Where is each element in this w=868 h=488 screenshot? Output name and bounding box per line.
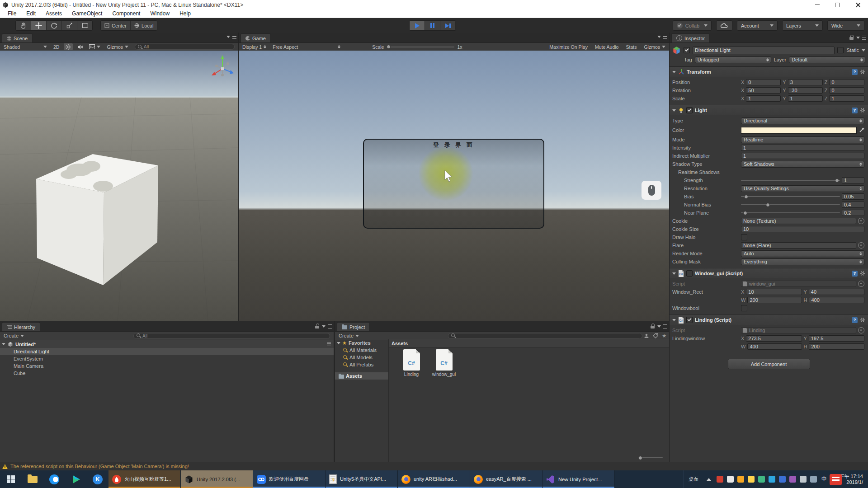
maximize-on-play-toggle[interactable]: Maximize On Play bbox=[547, 43, 590, 50]
lock-icon[interactable] bbox=[651, 324, 655, 329]
game-scale-slider[interactable] bbox=[387, 47, 454, 47]
number-field[interactable]: 0 bbox=[829, 79, 864, 85]
menu-item-assets[interactable]: Assets bbox=[41, 9, 67, 18]
tag-dropdown[interactable]: Untagged bbox=[695, 56, 771, 63]
component-header-script[interactable]: C#Linding (Script)? bbox=[670, 314, 868, 325]
object-name-field[interactable]: Directional Light bbox=[693, 47, 835, 54]
slider-value-field[interactable]: 1 bbox=[842, 177, 864, 183]
scene-gizmos-dropdown[interactable]: Gizmos bbox=[105, 43, 130, 50]
close-button[interactable] bbox=[848, 0, 868, 9]
shading-dropdown[interactable]: Shaded bbox=[2, 43, 49, 50]
scene-viewport[interactable] bbox=[0, 51, 238, 321]
number-field[interactable]: 10 bbox=[746, 289, 802, 295]
lock-icon[interactable] bbox=[849, 35, 854, 40]
panel-menu-icon[interactable] bbox=[663, 324, 667, 328]
component-enabled-checkbox[interactable] bbox=[686, 270, 693, 277]
value-field[interactable]: 10 bbox=[741, 226, 864, 232]
mute-audio-toggle[interactable]: Mute Audio bbox=[593, 43, 621, 50]
slider-knob[interactable] bbox=[744, 195, 748, 199]
project-create-button[interactable]: Create bbox=[337, 333, 361, 339]
hierarchy-search-input[interactable]: All bbox=[133, 333, 330, 339]
asset-file-window_gui[interactable]: C#window_gui bbox=[429, 349, 458, 377]
value-dropdown[interactable]: Directional bbox=[741, 117, 864, 124]
slider-track[interactable] bbox=[741, 204, 840, 205]
panel-menu-icon[interactable] bbox=[862, 36, 866, 40]
search-by-label-icon[interactable] bbox=[653, 333, 658, 338]
favorite-item-all-materials[interactable]: All Materials bbox=[335, 347, 388, 354]
scale-tool-button[interactable] bbox=[62, 21, 77, 30]
object-field[interactable]: None (Texture) bbox=[741, 218, 856, 224]
help-icon[interactable]: ? bbox=[852, 69, 858, 75]
foldout-icon[interactable] bbox=[2, 343, 5, 345]
tray-expand-icon[interactable] bbox=[707, 478, 711, 481]
hand-tool-button[interactable] bbox=[16, 21, 31, 30]
panel-menu-icon[interactable] bbox=[663, 35, 667, 39]
panel-dropdown-icon[interactable] bbox=[226, 36, 230, 38]
taskbar-task-1[interactable]: 火山视频互粉群等1... bbox=[108, 470, 181, 488]
slider-knob[interactable] bbox=[766, 203, 770, 207]
layers-dropdown[interactable]: Layers bbox=[782, 20, 823, 31]
hierarchy-item-eventsystem[interactable]: EventSystem bbox=[0, 355, 334, 362]
value-dropdown[interactable]: Realtime bbox=[741, 136, 864, 143]
lock-icon[interactable] bbox=[315, 324, 320, 329]
login-gui-window[interactable]: 登 录 界 面 bbox=[363, 139, 544, 229]
number-field[interactable]: 273.5 bbox=[746, 335, 802, 342]
tray-icon-3[interactable] bbox=[737, 476, 744, 483]
component-header-transform[interactable]: Transform? bbox=[670, 66, 868, 77]
scene-lighting-toggle[interactable] bbox=[64, 43, 73, 50]
taskbar-task-3[interactable]: 欢迎使用百度网盘 bbox=[253, 470, 326, 488]
start-button[interactable] bbox=[0, 470, 22, 488]
value-field[interactable]: 1 bbox=[741, 153, 864, 159]
panel-dropdown-icon[interactable] bbox=[657, 325, 661, 328]
layout-dropdown[interactable]: Wide bbox=[827, 20, 864, 31]
menu-item-edit[interactable]: Edit bbox=[21, 9, 41, 18]
pivot-center-button[interactable]: Center bbox=[101, 21, 131, 30]
play-button[interactable] bbox=[410, 21, 425, 30]
slider-value-field[interactable]: 0.2 bbox=[842, 210, 864, 216]
move-tool-button[interactable] bbox=[31, 21, 47, 30]
number-field[interactable]: 400 bbox=[747, 343, 802, 350]
number-field[interactable]: -30 bbox=[788, 87, 823, 94]
slider-track[interactable] bbox=[741, 196, 840, 197]
object-picker-icon[interactable] bbox=[858, 242, 864, 249]
foldout-icon[interactable] bbox=[672, 319, 676, 321]
slider-value-field[interactable]: 0.4 bbox=[842, 202, 864, 208]
panel-menu-icon[interactable] bbox=[328, 324, 332, 328]
value-dropdown[interactable]: Soft Shadows bbox=[741, 161, 864, 168]
desktop-toolbar-label[interactable]: 桌面 bbox=[684, 470, 703, 488]
tray-icon-5[interactable] bbox=[758, 476, 765, 483]
favorite-item-all-prefabs[interactable]: All Prefabs bbox=[335, 361, 388, 368]
tray-icon-6[interactable] bbox=[769, 476, 775, 483]
object-picker-icon[interactable] bbox=[858, 327, 864, 333]
player-button[interactable] bbox=[65, 470, 87, 488]
number-field[interactable]: 200 bbox=[747, 297, 802, 303]
game-viewport[interactable]: 登 录 界 面 bbox=[239, 51, 670, 321]
number-field[interactable]: 0 bbox=[829, 87, 864, 94]
taskbar-task-7[interactable]: New Unity Project... bbox=[542, 470, 615, 488]
tab-game[interactable]: Game bbox=[241, 33, 271, 42]
scene-effects-dropdown[interactable] bbox=[87, 43, 102, 50]
slider-knob[interactable] bbox=[743, 211, 747, 215]
hierarchy-item-main-camera[interactable]: Main Camera bbox=[0, 362, 334, 370]
object-picker-icon[interactable] bbox=[858, 218, 864, 224]
tray-icon-1[interactable] bbox=[717, 476, 723, 483]
static-checkbox[interactable] bbox=[837, 47, 844, 53]
property-checkbox[interactable] bbox=[741, 305, 747, 311]
assets-tree-item[interactable]: Assets bbox=[335, 372, 388, 380]
slider-value-field[interactable]: 0.05 bbox=[842, 193, 864, 200]
taskbar-task-2[interactable]: Unity 2017.2.0f3 (... bbox=[181, 470, 253, 488]
value-dropdown[interactable]: Auto bbox=[741, 250, 864, 257]
gear-icon[interactable] bbox=[860, 271, 865, 276]
red-corner-badge-icon[interactable] bbox=[830, 474, 842, 485]
object-field[interactable]: None (Flare) bbox=[741, 242, 856, 249]
asset-file-linding[interactable]: C#Linding bbox=[397, 349, 426, 377]
property-checkbox[interactable] bbox=[741, 234, 747, 240]
help-icon[interactable]: ? bbox=[852, 317, 858, 323]
eyedropper-icon[interactable] bbox=[859, 127, 864, 133]
menu-item-gameobject[interactable]: GameObject bbox=[67, 9, 107, 18]
object-picker-icon[interactable] bbox=[858, 281, 864, 287]
number-field[interactable]: 1 bbox=[746, 95, 781, 102]
number-field[interactable]: 1 bbox=[788, 95, 823, 102]
rect-tool-button[interactable] bbox=[77, 21, 92, 30]
add-component-button[interactable]: Add Component bbox=[728, 359, 810, 369]
